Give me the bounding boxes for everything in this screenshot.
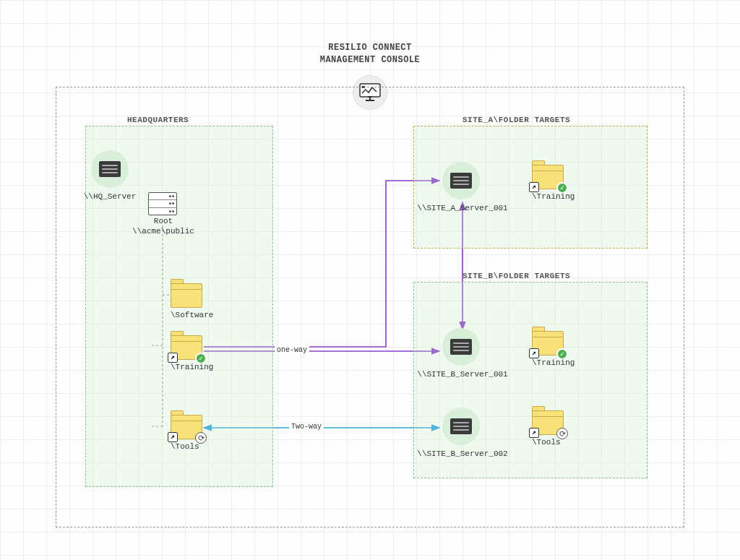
- hq-server-label: \\HQ_Server: [59, 192, 160, 201]
- site-b-server1-label: \\SITE_B_Server_001: [412, 370, 513, 379]
- site-a-title: SITE_A\FOLDER TARGETS: [462, 116, 570, 124]
- site-b-tools-label: \Tools: [499, 438, 600, 447]
- site-b-training-folder-icon: ↗ ✓: [532, 331, 564, 356]
- site-b-tools-folder-icon: ↗ ⟳: [532, 410, 564, 435]
- shortcut-icon: ↗: [168, 353, 178, 363]
- site-a-server-icon: [442, 162, 480, 199]
- site-a-training-label: \Training: [499, 192, 600, 201]
- console-title: RESILIO CONNECT MANAGEMENT CONSOLE: [298, 42, 442, 66]
- software-folder-icon: [171, 283, 202, 308]
- site-a-server-label: \\SITE_A_Server_001: [412, 204, 513, 212]
- site-b-server1-icon: [442, 328, 480, 366]
- one-way-label: one-way: [275, 346, 309, 354]
- two-way-label: Two-way: [289, 423, 324, 431]
- headquarters-title: HEADQUARTERS: [127, 116, 189, 124]
- hq-server-icon: [91, 150, 129, 188]
- title-line2: MANAGEMENT CONSOLE: [320, 55, 421, 65]
- site-b-server2-icon: [442, 408, 480, 445]
- site-b-training-label: \Training: [499, 358, 600, 367]
- training-hq-folder-icon: ↗ ✓: [171, 335, 202, 360]
- root-label: Root: [113, 217, 214, 225]
- root-path: \\acme\public: [113, 227, 214, 236]
- shortcut-icon: ↗: [529, 348, 539, 358]
- software-label: \Software: [137, 311, 238, 319]
- tools-hq-folder-icon: ↗ ⟳: [171, 415, 202, 439]
- shortcut-icon: ↗: [168, 432, 178, 442]
- site-b-server2-label: \\SITE_B_Server_002: [412, 449, 513, 458]
- tools-hq-label: \Tools: [137, 442, 238, 451]
- site-b-title: SITE_B\FOLDER TARGETS: [462, 272, 570, 280]
- shortcut-icon: ↗: [529, 428, 539, 438]
- shortcut-icon: ↗: [529, 182, 539, 192]
- training-hq-label: \Training: [137, 363, 238, 371]
- title-line1: RESILIO CONNECT: [328, 43, 412, 53]
- site-a-training-folder-icon: ↗ ✓: [532, 165, 564, 189]
- root-rack-icon: [148, 192, 177, 215]
